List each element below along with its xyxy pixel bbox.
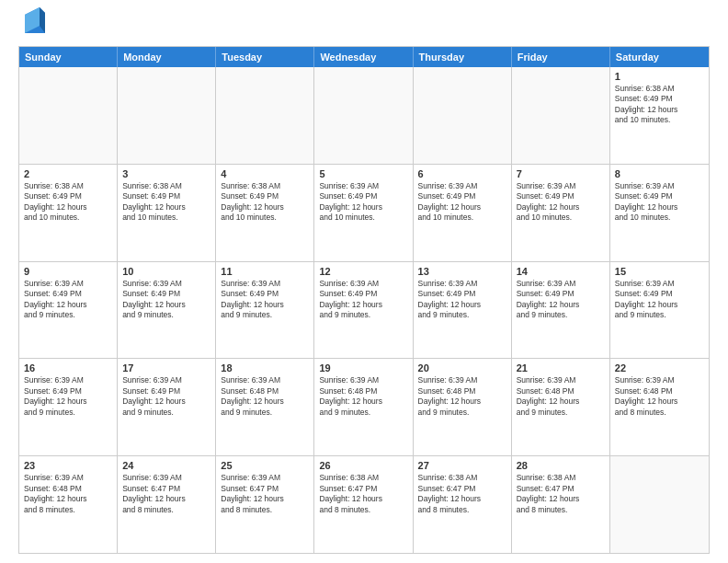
- day-info: Sunrise: 6:39 AM Sunset: 6:49 PM Dayligh…: [517, 181, 605, 224]
- day-info: Sunrise: 6:39 AM Sunset: 6:49 PM Dayligh…: [24, 279, 112, 321]
- weekday-header-tuesday: Tuesday: [216, 47, 314, 67]
- day-number: 27: [418, 460, 506, 471]
- day-number: 17: [122, 362, 210, 373]
- day-number: 5: [319, 168, 407, 179]
- day-cell-17: 17Sunrise: 6:39 AM Sunset: 6:49 PM Dayli…: [118, 359, 216, 455]
- day-info: Sunrise: 6:39 AM Sunset: 6:49 PM Dayligh…: [615, 279, 704, 321]
- day-info: Sunrise: 6:38 AM Sunset: 6:47 PM Dayligh…: [418, 473, 506, 515]
- day-info: Sunrise: 6:39 AM Sunset: 6:49 PM Dayligh…: [122, 279, 210, 321]
- calendar-row-3: 16Sunrise: 6:39 AM Sunset: 6:49 PM Dayli…: [19, 358, 709, 455]
- weekday-header-thursday: Thursday: [414, 47, 512, 67]
- day-info: Sunrise: 6:38 AM Sunset: 6:49 PM Dayligh…: [615, 84, 704, 126]
- day-cell-10: 10Sunrise: 6:39 AM Sunset: 6:49 PM Dayli…: [118, 262, 216, 359]
- day-info: Sunrise: 6:39 AM Sunset: 6:49 PM Dayligh…: [418, 181, 506, 224]
- day-cell-2: 2Sunrise: 6:38 AM Sunset: 6:49 PM Daylig…: [19, 165, 118, 261]
- day-info: Sunrise: 6:39 AM Sunset: 6:49 PM Dayligh…: [319, 181, 407, 224]
- day-cell-24: 24Sunrise: 6:39 AM Sunset: 6:47 PM Dayli…: [118, 456, 216, 553]
- day-info: Sunrise: 6:39 AM Sunset: 6:48 PM Dayligh…: [221, 375, 309, 418]
- calendar-header: SundayMondayTuesdayWednesdayThursdayFrid…: [19, 47, 709, 67]
- day-cell-26: 26Sunrise: 6:38 AM Sunset: 6:47 PM Dayli…: [314, 456, 413, 553]
- day-info: Sunrise: 6:39 AM Sunset: 6:49 PM Dayligh…: [319, 279, 407, 321]
- day-cell-15: 15Sunrise: 6:39 AM Sunset: 6:49 PM Dayli…: [610, 262, 709, 359]
- day-info: Sunrise: 6:39 AM Sunset: 6:49 PM Dayligh…: [24, 375, 112, 418]
- day-number: 11: [221, 266, 309, 277]
- day-cell-21: 21Sunrise: 6:39 AM Sunset: 6:48 PM Dayli…: [512, 359, 610, 455]
- day-cell-8: 8Sunrise: 6:39 AM Sunset: 6:49 PM Daylig…: [610, 165, 709, 261]
- day-cell-9: 9Sunrise: 6:39 AM Sunset: 6:49 PM Daylig…: [19, 262, 118, 359]
- day-cell-20: 20Sunrise: 6:39 AM Sunset: 6:48 PM Dayli…: [414, 359, 512, 455]
- day-number: 23: [24, 460, 112, 471]
- day-info: Sunrise: 6:38 AM Sunset: 6:49 PM Dayligh…: [122, 181, 210, 224]
- day-cell-13: 13Sunrise: 6:39 AM Sunset: 6:49 PM Dayli…: [414, 262, 512, 359]
- day-cell-empty-0-3: [314, 67, 413, 164]
- day-cell-22: 22Sunrise: 6:39 AM Sunset: 6:48 PM Dayli…: [610, 359, 709, 455]
- day-cell-28: 28Sunrise: 6:38 AM Sunset: 6:47 PM Dayli…: [512, 456, 610, 553]
- day-info: Sunrise: 6:38 AM Sunset: 6:49 PM Dayligh…: [24, 181, 112, 224]
- logo: [18, 15, 45, 37]
- day-info: Sunrise: 6:39 AM Sunset: 6:49 PM Dayligh…: [418, 279, 506, 321]
- day-number: 18: [221, 362, 309, 373]
- calendar-row-4: 23Sunrise: 6:39 AM Sunset: 6:48 PM Dayli…: [19, 455, 709, 553]
- weekday-header-wednesday: Wednesday: [314, 47, 413, 67]
- day-number: 25: [221, 460, 309, 471]
- day-cell-12: 12Sunrise: 6:39 AM Sunset: 6:49 PM Dayli…: [314, 262, 413, 359]
- weekday-header-friday: Friday: [512, 47, 610, 67]
- calendar: SundayMondayTuesdayWednesdayThursdayFrid…: [18, 46, 710, 554]
- day-cell-25: 25Sunrise: 6:39 AM Sunset: 6:47 PM Dayli…: [216, 456, 314, 553]
- day-cell-18: 18Sunrise: 6:39 AM Sunset: 6:48 PM Dayli…: [216, 359, 314, 455]
- day-info: Sunrise: 6:38 AM Sunset: 6:47 PM Dayligh…: [319, 473, 407, 515]
- calendar-row-2: 9Sunrise: 6:39 AM Sunset: 6:49 PM Daylig…: [19, 261, 709, 359]
- day-cell-19: 19Sunrise: 6:39 AM Sunset: 6:48 PM Dayli…: [314, 359, 413, 455]
- day-cell-empty-0-2: [216, 67, 314, 164]
- day-number: 9: [24, 266, 112, 277]
- day-cell-empty-0-0: [19, 67, 118, 164]
- day-number: 12: [319, 266, 407, 277]
- day-info: Sunrise: 6:39 AM Sunset: 6:47 PM Dayligh…: [122, 473, 210, 515]
- day-number: 4: [221, 168, 309, 179]
- day-cell-empty-4-6: [610, 456, 709, 553]
- weekday-header-sunday: Sunday: [19, 47, 118, 67]
- day-cell-5: 5Sunrise: 6:39 AM Sunset: 6:49 PM Daylig…: [314, 165, 413, 261]
- day-cell-4: 4Sunrise: 6:38 AM Sunset: 6:49 PM Daylig…: [216, 165, 314, 261]
- day-info: Sunrise: 6:39 AM Sunset: 6:48 PM Dayligh…: [319, 375, 407, 418]
- day-number: 19: [319, 362, 407, 373]
- day-number: 24: [122, 460, 210, 471]
- calendar-row-0: 1Sunrise: 6:38 AM Sunset: 6:49 PM Daylig…: [19, 67, 709, 164]
- day-info: Sunrise: 6:39 AM Sunset: 6:48 PM Dayligh…: [24, 473, 112, 515]
- day-cell-11: 11Sunrise: 6:39 AM Sunset: 6:49 PM Dayli…: [216, 262, 314, 359]
- day-number: 10: [122, 266, 210, 277]
- day-cell-6: 6Sunrise: 6:39 AM Sunset: 6:49 PM Daylig…: [414, 165, 512, 261]
- day-cell-empty-0-4: [414, 67, 512, 164]
- day-number: 16: [24, 362, 112, 373]
- day-number: 2: [24, 168, 112, 179]
- day-number: 20: [418, 362, 506, 373]
- day-cell-27: 27Sunrise: 6:38 AM Sunset: 6:47 PM Dayli…: [414, 456, 512, 553]
- weekday-header-monday: Monday: [118, 47, 216, 67]
- day-number: 7: [517, 168, 605, 179]
- day-number: 28: [517, 460, 605, 471]
- day-cell-empty-0-5: [512, 67, 610, 164]
- day-info: Sunrise: 6:39 AM Sunset: 6:48 PM Dayligh…: [517, 375, 605, 418]
- day-info: Sunrise: 6:39 AM Sunset: 6:47 PM Dayligh…: [221, 473, 309, 515]
- day-number: 15: [615, 266, 704, 277]
- day-cell-23: 23Sunrise: 6:39 AM Sunset: 6:48 PM Dayli…: [19, 456, 118, 553]
- day-info: Sunrise: 6:39 AM Sunset: 6:49 PM Dayligh…: [517, 279, 605, 321]
- day-number: 8: [615, 168, 704, 179]
- day-number: 13: [418, 266, 506, 277]
- calendar-body: 1Sunrise: 6:38 AM Sunset: 6:49 PM Daylig…: [19, 67, 709, 553]
- day-number: 6: [418, 168, 506, 179]
- calendar-row-1: 2Sunrise: 6:38 AM Sunset: 6:49 PM Daylig…: [19, 164, 709, 261]
- day-number: 26: [319, 460, 407, 471]
- day-cell-7: 7Sunrise: 6:39 AM Sunset: 6:49 PM Daylig…: [512, 165, 610, 261]
- logo-icon: [21, 7, 45, 37]
- day-info: Sunrise: 6:38 AM Sunset: 6:47 PM Dayligh…: [517, 473, 605, 515]
- day-cell-14: 14Sunrise: 6:39 AM Sunset: 6:49 PM Dayli…: [512, 262, 610, 359]
- weekday-header-saturday: Saturday: [610, 47, 709, 67]
- day-info: Sunrise: 6:39 AM Sunset: 6:49 PM Dayligh…: [122, 375, 210, 418]
- day-info: Sunrise: 6:39 AM Sunset: 6:48 PM Dayligh…: [418, 375, 506, 418]
- day-number: 3: [122, 168, 210, 179]
- day-info: Sunrise: 6:39 AM Sunset: 6:48 PM Dayligh…: [615, 375, 704, 418]
- day-number: 21: [517, 362, 605, 373]
- day-cell-empty-0-1: [118, 67, 216, 164]
- day-cell-1: 1Sunrise: 6:38 AM Sunset: 6:49 PM Daylig…: [610, 67, 709, 164]
